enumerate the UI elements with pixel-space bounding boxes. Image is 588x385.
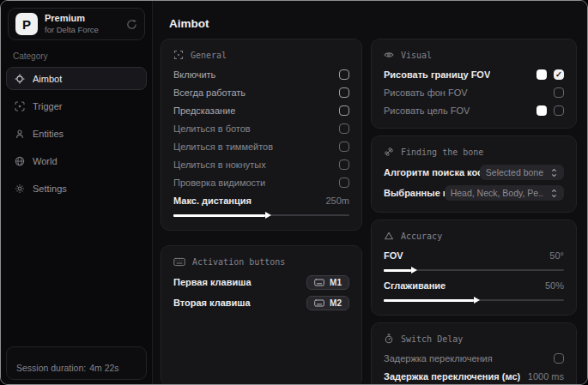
first-key-button[interactable]: M1 (306, 275, 349, 290)
switch-delay-checkbox[interactable]: ✓ (554, 353, 564, 364)
sidebar-item-label: Entities (33, 129, 64, 139)
unfold-icon (550, 168, 558, 177)
sidebar-nav: Aimbot Trigger Entities (1, 67, 152, 200)
switch-delay-ms-value: 1000 ms (528, 371, 564, 382)
draw-fov-target-label: Рисовать цель FOV (384, 105, 470, 116)
main-content: Aimbot General Включить✓ Всегда работать… (153, 1, 587, 384)
toggle-label: Предсказание (173, 105, 235, 116)
bone-panel-header: Finding the bone (384, 145, 564, 159)
panel-title: Finding the bone (401, 147, 483, 157)
draw-fov-border-label: Рисовать границу FOV (384, 69, 490, 80)
page-title: Aimbot (169, 17, 209, 30)
sidebar-item-world[interactable]: World (6, 149, 147, 172)
session-label: Session duration: (16, 363, 86, 373)
key-value: M1 (330, 278, 342, 287)
toggle-label: Целиться в ботов (173, 123, 251, 134)
finding-bone-panel: Finding the bone Алгоритм поиска кост Se… (371, 135, 577, 213)
bone-algorithm-label: Алгоритм поиска кост (384, 167, 480, 177)
sidebar: P Premium for Delta Force Category (1, 1, 153, 384)
first-key-label: Первая клавиша (173, 277, 252, 287)
keyboard-icon (314, 279, 324, 286)
activation-buttons-panel: Activation buttons Первая клавиша M1 (161, 245, 362, 385)
keyboard-icon (173, 257, 185, 267)
target-knocked-checkbox[interactable]: ✓ (339, 159, 349, 170)
keyboard-icon (314, 299, 324, 307)
visibility-check-checkbox[interactable]: ✓ (339, 177, 349, 188)
session-duration: Session duration: 4m 22s (6, 346, 147, 380)
app-window: P Premium for Delta Force Category (0, 0, 588, 385)
panel-title: Visual (401, 51, 432, 60)
toggle-label: Включить (173, 69, 215, 80)
key-value: M2 (330, 298, 342, 308)
fov-label: FOV (384, 250, 403, 261)
second-key-label: Вторая клавиша (173, 298, 251, 308)
enable-checkbox[interactable]: ✓ (339, 69, 349, 80)
brand-title: Premium (45, 13, 99, 24)
prediction-checkbox[interactable]: ✓ (339, 105, 349, 116)
person-icon (15, 129, 25, 139)
accuracy-panel: Accuracy FOV 50° Сглаживание 50% (371, 220, 577, 316)
draw-fov-background-label: Рисовать фон FOV (384, 87, 468, 98)
bone-algorithm-select[interactable]: Selected bone (480, 165, 564, 180)
selected-bones-select[interactable]: Head, Neck, Body, Pe.. (445, 185, 564, 201)
visual-panel-header: Visual (384, 48, 564, 62)
always-work-checkbox[interactable]: ✓ (339, 87, 349, 98)
smoothing-slider[interactable] (384, 296, 564, 304)
switch-delay-panel-header: Switch Delay (384, 332, 564, 346)
eye-icon (384, 50, 394, 60)
max-distance-label: Макс. дистанция (173, 196, 252, 206)
refresh-icon[interactable] (126, 19, 137, 30)
general-panel: General Включить✓ Всегда работать✓ Предс… (161, 39, 362, 231)
fov-target-color-swatch[interactable] (536, 105, 547, 116)
sidebar-item-entities[interactable]: Entities (6, 122, 147, 145)
second-key-button[interactable]: M2 (306, 296, 349, 310)
max-distance-slider[interactable] (173, 211, 349, 220)
sidebar-item-trigger[interactable]: Trigger (6, 94, 147, 117)
toggle-label: Всегда работать (173, 87, 246, 98)
sidebar-item-label: World (33, 156, 58, 166)
unfold-icon (550, 189, 558, 198)
draw-fov-background-checkbox[interactable]: ✓ (554, 87, 564, 98)
smoothing-label: Сглаживание (384, 280, 446, 291)
gear-icon (15, 183, 25, 194)
sidebar-item-aimbot[interactable]: Aimbot (6, 67, 147, 90)
accuracy-panel-header: Accuracy (384, 229, 564, 243)
selected-value: Selected bone (486, 167, 543, 177)
visual-panel: Visual Рисовать границу FOV ✓ Рисовать ф… (371, 39, 577, 129)
triangle-icon (384, 231, 394, 241)
draw-fov-border-checkbox[interactable]: ✓ (554, 69, 564, 80)
smoothing-value: 50% (545, 280, 564, 291)
fov-slider[interactable] (384, 266, 564, 274)
toggle-label: Проверка видимости (173, 177, 265, 188)
toggle-label: Целиться в нокнутых (173, 159, 266, 170)
panel-title: Accuracy (401, 232, 442, 241)
panel-title: Activation buttons (192, 257, 285, 267)
sidebar-item-label: Settings (33, 183, 67, 194)
left-column: General Включить✓ Всегда работать✓ Предс… (161, 39, 362, 385)
target-bots-checkbox[interactable]: ✓ (339, 123, 349, 134)
session-value: 4m 22s (89, 363, 118, 373)
brand-logo: P (15, 13, 38, 35)
panel-title: Switch Delay (401, 334, 463, 344)
sidebar-item-label: Trigger (33, 101, 62, 111)
activation-panel-header: Activation buttons (173, 255, 349, 268)
max-distance-value: 250m (325, 196, 349, 206)
selected-bones-label: Выбранные кос (384, 188, 445, 198)
general-panel-header: General (173, 48, 349, 62)
selected-value: Head, Neck, Body, Pe.. (451, 188, 543, 198)
sidebar-item-settings[interactable]: Settings (6, 177, 147, 200)
brand-card: P Premium for Delta Force (8, 8, 145, 40)
fov-value: 50° (549, 250, 564, 261)
category-label: Category (13, 51, 140, 61)
crosshair-icon (15, 74, 25, 84)
target-teammates-checkbox[interactable]: ✓ (339, 141, 349, 152)
draw-fov-target-checkbox[interactable]: ✓ (554, 105, 564, 116)
brand-subtitle: for Delta Force (45, 25, 99, 35)
stopwatch-icon (384, 334, 394, 344)
fov-border-color-swatch[interactable] (536, 69, 547, 80)
right-column: Visual Рисовать границу FOV ✓ Рисовать ф… (371, 39, 577, 385)
sidebar-item-label: Aimbot (33, 74, 62, 84)
toggle-label: Целиться в тиммейтов (173, 141, 273, 152)
bone-icon (384, 147, 394, 157)
scan-target-icon (15, 101, 25, 111)
